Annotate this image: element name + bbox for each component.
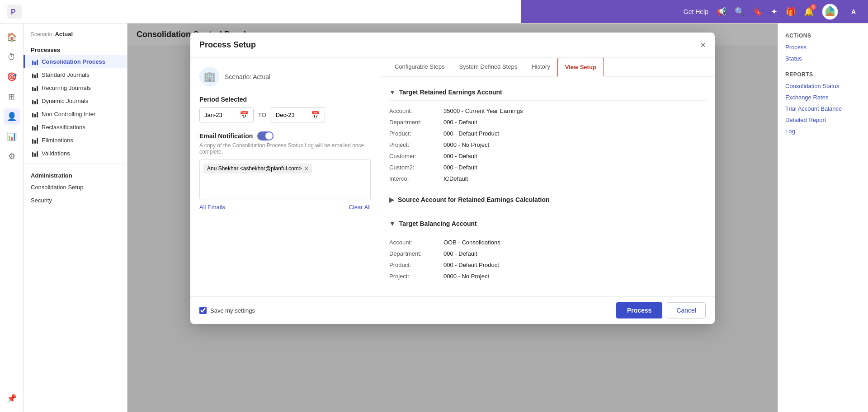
- chip-close-icon[interactable]: ×: [305, 165, 308, 172]
- sidebar-item-security[interactable]: Security: [24, 194, 127, 207]
- bar-icon: [32, 72, 38, 78]
- section-title-balancing: Target Balancing Account: [399, 220, 477, 227]
- section-header-source-account: ▶ Source Account for Retained Earnings C…: [389, 192, 706, 208]
- sidebar-item-non-controlling-inter[interactable]: Non Controlling Inter: [24, 108, 127, 121]
- data-val: 000 - Default: [443, 250, 477, 257]
- period-from-value: Jan-23: [204, 112, 222, 118]
- section-target-balancing: ▼ Target Balancing Account Account: OOB …: [389, 215, 706, 282]
- clear-all-link[interactable]: Clear All: [349, 204, 371, 211]
- content-area: Consolidation Control Panel Process Setu…: [127, 23, 778, 412]
- get-help-link[interactable]: Get Help: [684, 8, 708, 15]
- modal-tabs: Configurable Steps System Defined Steps …: [380, 58, 715, 77]
- tab-history[interactable]: History: [524, 58, 557, 76]
- sidebar-item-consolidation-process[interactable]: Consolidation Process: [24, 55, 127, 68]
- data-key: Department:: [389, 250, 443, 257]
- notification-badge: 8: [810, 4, 816, 10]
- action-process[interactable]: Process: [785, 42, 861, 53]
- email-links: All Emails Clear All: [199, 204, 371, 211]
- settings-icon[interactable]: ✦: [771, 7, 778, 17]
- cancel-button[interactable]: Cancel: [667, 302, 706, 318]
- chart-icon[interactable]: 📊: [4, 128, 20, 145]
- scenario-info: 🏢 Scenario: Actual: [199, 67, 371, 87]
- data-row-account: Account: 35000 - Current Year Earnings: [389, 105, 706, 117]
- target-icon[interactable]: 🎯: [4, 69, 20, 85]
- data-key: Account:: [389, 108, 443, 114]
- calendar-from-icon[interactable]: 📅: [240, 111, 249, 119]
- sidebar-item-eliminations[interactable]: Eliminations: [24, 134, 127, 147]
- chevron-down-icon-2[interactable]: ▼: [389, 220, 396, 227]
- period-to-input[interactable]: Dec-23 📅: [271, 108, 325, 122]
- notification-icon[interactable]: 🔔 8: [804, 7, 814, 17]
- action-status[interactable]: Status: [785, 53, 861, 64]
- scenario-label: Scenario: [31, 31, 52, 37]
- sidebar-item-label: Validations: [42, 150, 70, 157]
- reports-title: Reports: [785, 71, 861, 78]
- gear-icon[interactable]: ⚙: [4, 148, 20, 164]
- sidebar-item-dynamic-journals[interactable]: Dynamic Journals: [24, 94, 127, 108]
- email-notification-toggle[interactable]: [257, 131, 274, 140]
- sidebar-divider: [24, 164, 127, 164]
- processes-section-title: Processes: [24, 42, 127, 55]
- announcement-icon[interactable]: 📢: [717, 7, 726, 17]
- sidebar-item-label: Standard Journals: [42, 71, 90, 78]
- report-log[interactable]: Log: [785, 126, 861, 137]
- chevron-right-icon[interactable]: ▶: [389, 196, 394, 203]
- data-val: 0000 - No Project: [443, 273, 489, 280]
- period-from-input[interactable]: Jan-23 📅: [199, 108, 254, 122]
- data-row-product-oob: Product: 000 - Default Product: [389, 259, 706, 271]
- actions-section: Actions Process Status: [778, 29, 868, 68]
- tab-system-defined-steps[interactable]: System Defined Steps: [452, 58, 525, 76]
- data-key: Account:: [389, 239, 443, 246]
- close-icon[interactable]: ×: [700, 40, 706, 50]
- sidebar-item-validations[interactable]: Validations: [24, 147, 127, 160]
- search-icon[interactable]: 🔍: [735, 7, 745, 17]
- gift-icon[interactable]: 🎁: [786, 7, 796, 17]
- report-consolidation-status[interactable]: Consolidation Status: [785, 80, 861, 92]
- brand-logo: [822, 4, 838, 20]
- calendar-to-icon[interactable]: 📅: [311, 111, 320, 119]
- pin-icon[interactable]: 📌: [4, 390, 20, 407]
- activity-icon[interactable]: ⏱: [4, 49, 20, 65]
- bar-icon: [32, 98, 38, 104]
- all-emails-link[interactable]: All Emails: [199, 204, 225, 211]
- app-logo[interactable]: P: [7, 5, 22, 19]
- section-header-retained-earnings: ▼ Target Retained Earnings Account: [389, 84, 706, 101]
- section-header-balancing: ▼ Target Balancing Account: [389, 215, 706, 232]
- user-avatar[interactable]: A: [846, 5, 861, 19]
- data-row-interco: Interco: ICDefault: [389, 173, 706, 184]
- data-row-project-oob: Project: 0000 - No Project: [389, 271, 706, 282]
- bar-icon: [32, 137, 38, 144]
- report-exchange-rates[interactable]: Exchange Rates: [785, 92, 861, 103]
- sidebar-item-recurring-journals[interactable]: Recurring Journals: [24, 81, 127, 94]
- home-icon[interactable]: 🏠: [4, 29, 20, 45]
- data-val: 000 - Default: [443, 164, 477, 171]
- modal-left-panel: 🏢 Scenario: Actual Period Selected Jan-2…: [190, 58, 380, 296]
- report-trial-account-balance[interactable]: Trial Account Balance: [785, 103, 861, 114]
- process-button[interactable]: Process: [616, 302, 662, 318]
- grid-icon[interactable]: ⊞: [4, 89, 20, 105]
- sidebar-item-reclassifications[interactable]: Reclassifications: [24, 121, 127, 134]
- svg-text:P: P: [11, 8, 16, 16]
- sidebar-item-label: Non Controlling Inter: [42, 111, 95, 117]
- sidebar-item-label: Reclassifications: [42, 124, 85, 131]
- data-key: Interco:: [389, 175, 443, 182]
- consolidation-icon[interactable]: 👤: [4, 108, 20, 125]
- data-val: 0000 - No Project: [443, 141, 489, 148]
- data-key: Custom2:: [389, 164, 443, 171]
- email-notification-label: Email Notification: [199, 131, 371, 140]
- scenario-bar: Scenario Actual: [24, 29, 127, 42]
- tab-view-setup[interactable]: View Setup: [557, 58, 604, 77]
- chevron-down-icon[interactable]: ▼: [389, 89, 396, 96]
- sidebar: Scenario Actual Processes Consolidation …: [24, 23, 127, 412]
- email-chip-area[interactable]: Anu Shekhar <ashekhar@planful.com> ×: [199, 159, 371, 200]
- tab-configurable-steps[interactable]: Configurable Steps: [387, 58, 452, 76]
- sidebar-item-consolidation-setup[interactable]: Consolidation Setup: [24, 181, 127, 194]
- save-settings-checkbox[interactable]: [199, 307, 207, 314]
- report-detailed-report[interactable]: Detailed Report: [785, 114, 861, 126]
- bookmark-icon[interactable]: 🔖: [753, 7, 763, 17]
- period-row: Jan-23 📅 TO Dec-23 📅: [199, 108, 371, 122]
- data-key: Project:: [389, 273, 443, 280]
- sidebar-item-label: Recurring Journals: [42, 84, 91, 91]
- sidebar-item-standard-journals[interactable]: Standard Journals: [24, 68, 127, 81]
- data-val: 000 - Default Product: [443, 262, 499, 268]
